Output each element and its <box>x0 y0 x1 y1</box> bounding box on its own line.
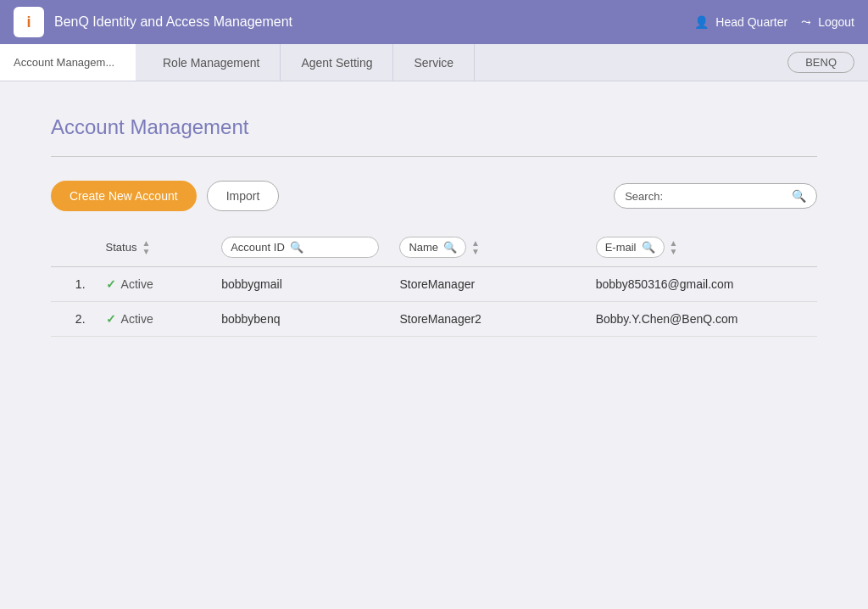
name-filter: Name 🔍 <box>399 237 466 258</box>
status-label: Active <box>121 312 153 326</box>
table-body: 1. ✓ Active bobbygmail StoreManager bobb… <box>51 267 817 337</box>
search-label: Search: <box>625 190 663 203</box>
row-account-id: bobbygmail <box>211 267 389 302</box>
name-sort-icon[interactable]: ▲ ▼ <box>471 239 480 256</box>
col-header-email: E-mail 🔍 ▲ ▼ <box>586 228 817 267</box>
app-logo: i <box>14 7 44 37</box>
table-row: 2. ✓ Active bobbybenq StoreManager2 Bobb… <box>51 302 817 337</box>
account-table: Status ▲ ▼ Account ID 🔍 <box>51 228 817 337</box>
breadcrumb: Account Managem... <box>0 44 136 81</box>
table-row: 1. ✓ Active bobbygmail StoreManager bobb… <box>51 267 817 302</box>
email-sort-icon[interactable]: ▲ ▼ <box>670 239 678 256</box>
check-icon: ✓ <box>106 312 116 326</box>
tab-role-management[interactable]: Role Management <box>142 44 281 81</box>
row-num: 1. <box>51 267 96 302</box>
person-icon: 👤 <box>694 15 709 29</box>
row-account-id: bobbybenq <box>211 302 389 337</box>
col-header-account-id: Account ID 🔍 <box>211 228 389 267</box>
row-num: 2. <box>51 302 96 337</box>
create-new-account-button[interactable]: Create New Account <box>51 181 197 211</box>
row-name: StoreManager2 <box>389 302 585 337</box>
status-label: Active <box>121 277 153 291</box>
email-search-icon[interactable]: 🔍 <box>642 241 655 254</box>
account-id-filter: Account ID 🔍 <box>221 237 379 258</box>
account-id-search-icon[interactable]: 🔍 <box>290 241 303 254</box>
check-icon: ✓ <box>106 277 116 291</box>
toolbar: Create New Account Import Search: 🔍 <box>51 181 817 211</box>
row-email: Bobby.Y.Chen@BenQ.com <box>586 302 817 337</box>
tab-agent-setting[interactable]: Agent Setting <box>281 44 393 81</box>
top-header: i BenQ Identity and Access Management 👤 … <box>0 0 868 44</box>
search-area: Search: 🔍 <box>614 183 817 209</box>
search-input[interactable] <box>668 190 787 203</box>
row-name: StoreManager <box>389 267 585 302</box>
org-button[interactable]: BENQ <box>787 52 854 73</box>
col-header-status: Status ▲ ▼ <box>96 228 212 267</box>
col-header-num <box>51 228 96 267</box>
logo-text: i <box>26 14 31 31</box>
table-header-row: Status ▲ ▼ Account ID 🔍 <box>51 228 817 267</box>
import-button[interactable]: Import <box>207 181 280 211</box>
row-email: bobby850316@gmail.com <box>586 267 817 302</box>
search-icon: 🔍 <box>792 189 806 203</box>
app-title: BenQ Identity and Access Management <box>54 14 292 30</box>
nav-bar: Account Managem... Role Management Agent… <box>0 44 868 81</box>
col-header-name: Name 🔍 ▲ ▼ <box>389 228 585 267</box>
logout-icon[interactable]: ⤳ <box>801 15 811 29</box>
nav-tabs: Role Management Agent Setting Service <box>136 44 787 81</box>
status-sort-icon[interactable]: ▲ ▼ <box>142 239 150 256</box>
headquarters-label: Head Quarter <box>715 15 787 29</box>
tab-service[interactable]: Service <box>393 44 475 81</box>
name-search-icon[interactable]: 🔍 <box>443 241 457 254</box>
header-user-area: 👤 Head Quarter ⤳ Logout <box>694 15 854 29</box>
email-filter: E-mail 🔍 <box>596 237 665 258</box>
main-content: Account Management Create New Account Im… <box>0 81 868 371</box>
logout-button[interactable]: Logout <box>818 15 854 29</box>
row-status: ✓ Active <box>96 302 212 337</box>
app-brand: i BenQ Identity and Access Management <box>14 7 292 37</box>
title-divider <box>51 156 817 157</box>
page-title: Account Management <box>51 115 817 139</box>
row-status: ✓ Active <box>96 267 212 302</box>
